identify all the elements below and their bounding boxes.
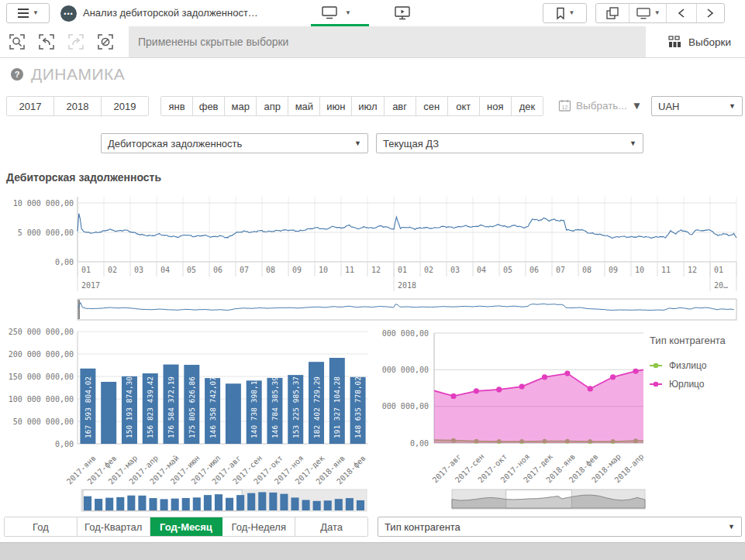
- svg-text:03: 03: [450, 266, 460, 274]
- svg-text:06: 06: [213, 266, 222, 274]
- month-button-6[interactable]: июн: [320, 97, 352, 115]
- period-button-год-квартал[interactable]: Год-Квартал: [78, 517, 150, 536]
- legend-item-fizlico[interactable]: Физлицо: [650, 360, 726, 371]
- month-button-7[interactable]: июл: [352, 97, 384, 115]
- svg-text:200 000 000,00: 200 000 000,00: [380, 366, 429, 374]
- year-button-2017[interactable]: 2017: [7, 97, 54, 115]
- svg-text:2017: 2017: [81, 281, 100, 290]
- svg-text:07: 07: [240, 266, 249, 274]
- clear-selections-icon[interactable]: [96, 33, 115, 51]
- step-forward-icon[interactable]: [67, 33, 85, 51]
- monitor-icon: [636, 7, 651, 20]
- svg-text:191 327 104,28: 191 327 104,28: [333, 376, 341, 438]
- month-button-5[interactable]: май: [288, 97, 320, 115]
- year-filter-group: 201720182019: [6, 96, 149, 116]
- svg-text:09: 09: [609, 266, 618, 274]
- svg-text:01: 01: [81, 266, 91, 274]
- svg-text:100 000 000,00: 100 000 000,00: [380, 402, 429, 411]
- sheets-button[interactable]: [596, 4, 629, 22]
- previous-sheet-button[interactable]: [667, 4, 696, 22]
- chevron-right-icon: [705, 8, 715, 19]
- period-button-год-неделя[interactable]: Год-Неделя: [222, 517, 295, 536]
- month-button-4[interactable]: апр: [257, 97, 288, 115]
- svg-text:153 225 985,37: 153 225 985,37: [291, 376, 300, 438]
- next-sheet-button[interactable]: [697, 4, 724, 22]
- month-button-3[interactable]: мар: [225, 97, 257, 115]
- month-button-11[interactable]: ноя: [480, 97, 512, 115]
- svg-text:10 000 000,00: 10 000 000,00: [13, 199, 74, 208]
- dz-dropdown[interactable]: Текущая ДЗ ▼: [376, 133, 643, 153]
- svg-text:02: 02: [108, 266, 117, 274]
- svg-text:12: 12: [562, 105, 568, 110]
- bar-chart[interactable]: 0,0050 000 000,00100 000 000,00150 000 0…: [0, 325, 372, 518]
- presentation-button[interactable]: [394, 5, 411, 24]
- selections-tool-button[interactable]: Выборки: [660, 26, 739, 57]
- year-button-2019[interactable]: 2019: [102, 97, 148, 115]
- month-button-8[interactable]: авг: [385, 97, 416, 115]
- period-button-год[interactable]: Год: [5, 517, 78, 536]
- period-button-дата[interactable]: Дата: [295, 517, 367, 536]
- svg-text:11: 11: [345, 266, 354, 274]
- view-switcher-button[interactable]: ▼: [321, 5, 351, 20]
- legend-title: Тип контрагента: [650, 335, 726, 346]
- svg-text:150 000 000,00: 150 000 000,00: [9, 373, 74, 381]
- month-button-1[interactable]: янв: [161, 97, 193, 115]
- app-logo-icon: •••: [60, 5, 77, 22]
- global-menu-button[interactable]: ▼: [6, 3, 50, 23]
- caret-down-icon: ▼: [654, 10, 660, 16]
- hidden-selections-message: Применены скрытые выборки: [129, 26, 646, 57]
- bookmark-button[interactable]: ▼: [543, 3, 587, 23]
- svg-text:156 823 439,42: 156 823 439,42: [146, 376, 154, 438]
- caret-down-icon: ▼: [569, 10, 575, 16]
- series-marker-icon: [650, 362, 664, 369]
- legend-label: Юрлицо: [669, 379, 705, 390]
- help-icon[interactable]: ?: [11, 68, 23, 81]
- svg-text:175 805 626,86: 175 805 626,86: [188, 376, 196, 438]
- monitor-icon: [321, 5, 338, 20]
- area-chart-legend: Тип контрагента Физлицо Юрлицо: [650, 335, 726, 390]
- svg-text:04: 04: [160, 266, 170, 274]
- svg-text:5 000 000,00: 5 000 000,00: [18, 228, 74, 237]
- period-button-group: ГодГод-КварталГод-МесяцГод-НеделяДата: [4, 517, 368, 537]
- svg-text:20…: 20…: [714, 281, 728, 290]
- counterparty-type-dropdown[interactable]: Тип контрагента ▼: [378, 517, 742, 537]
- svg-text:182 402 729,29: 182 402 729,29: [312, 376, 321, 438]
- measure-dropdown[interactable]: Дебиторская задолженность ▼: [101, 133, 368, 153]
- page-footer-strip: [0, 542, 745, 560]
- svg-text:146 358 742,07: 146 358 742,07: [209, 376, 217, 438]
- svg-text:0,00: 0,00: [55, 258, 74, 266]
- svg-text:146 784 385,39: 146 784 385,39: [271, 376, 279, 438]
- svg-text:04: 04: [477, 266, 486, 274]
- month-button-12[interactable]: дек: [512, 97, 543, 115]
- svg-text:167 593 804,02: 167 593 804,02: [84, 376, 92, 438]
- sheet-view-button[interactable]: ▼: [629, 4, 667, 22]
- svg-text:02: 02: [424, 266, 433, 274]
- caret-down-icon: ▼: [354, 140, 361, 147]
- counterparty-type-value: Тип контрагента: [385, 521, 460, 533]
- currency-dropdown[interactable]: UAH ▼: [651, 96, 743, 116]
- year-button-2018[interactable]: 2018: [54, 97, 102, 115]
- month-button-2[interactable]: фев: [193, 97, 225, 115]
- svg-text:05: 05: [503, 266, 512, 274]
- step-back-icon[interactable]: [37, 33, 56, 51]
- calendar-icon: 12: [558, 99, 571, 112]
- svg-text:176 584 372,19: 176 584 372,19: [167, 376, 175, 438]
- qlik-dashboard: ▼ ••• Анализ дебиторской задолженност… ▼…: [0, 0, 745, 560]
- currency-value: UAH: [658, 101, 679, 112]
- svg-text:03: 03: [134, 266, 143, 274]
- svg-text:08: 08: [582, 266, 592, 274]
- month-button-9[interactable]: сен: [416, 97, 448, 115]
- svg-text:12: 12: [371, 266, 381, 274]
- caret-down-icon: ▼: [629, 140, 636, 147]
- smart-search-icon[interactable]: [8, 33, 26, 51]
- svg-text:0,00: 0,00: [410, 439, 429, 448]
- svg-text:01: 01: [714, 266, 723, 274]
- line-chart[interactable]: 10 000 000,005 000 000,000,0001020304050…: [0, 190, 745, 328]
- legend-item-yurlico[interactable]: Юрлицо: [650, 379, 726, 390]
- svg-text:50 000 000,00: 50 000 000,00: [13, 417, 74, 426]
- month-button-10[interactable]: окт: [448, 97, 480, 115]
- date-picker-button[interactable]: 12 Выбрать... ▼: [558, 99, 642, 112]
- svg-text:2018: 2018: [398, 281, 416, 290]
- svg-text:05: 05: [187, 266, 196, 274]
- period-button-год-месяц[interactable]: Год-Месяц: [150, 517, 223, 536]
